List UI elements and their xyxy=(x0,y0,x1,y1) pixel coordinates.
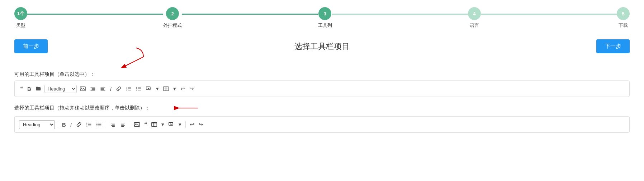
page-title: 选择工具栏项目 xyxy=(294,41,350,52)
toolbar-selected: Heading B I 1.2.3. ❝ ▾ ▾ xyxy=(14,116,630,133)
stepper-item-3: 3 工具列 xyxy=(318,7,332,29)
italic-icon-available[interactable]: I xyxy=(109,85,113,93)
toolbar-sep-3 xyxy=(130,121,130,128)
page-wrapper: 1个 类型 2 外挂程式 3 工具列 4 语言 5 下载 前一步 选择工具栏项目… xyxy=(0,0,644,181)
indent-left-icon[interactable] xyxy=(99,85,107,92)
italic-icon-selected[interactable]: I xyxy=(69,121,73,128)
undo-icon-available[interactable]: ↩ xyxy=(179,85,186,93)
stepper-line-4-5 xyxy=(481,14,617,15)
ul-icon-available[interactable] xyxy=(135,85,143,92)
stepper-circle-5: 5 xyxy=(617,7,630,20)
bold-icon[interactable]: B xyxy=(26,85,32,93)
stepper-circle-3: 3 xyxy=(318,7,331,20)
svg-point-7 xyxy=(136,88,137,89)
heading-select-selected[interactable]: Heading xyxy=(19,120,55,129)
align-left-selected[interactable] xyxy=(119,121,127,128)
toolbar-sep-4 xyxy=(185,121,186,128)
svg-point-15 xyxy=(96,123,97,123)
image-icon-available[interactable] xyxy=(79,85,87,92)
image-icon-selected[interactable] xyxy=(133,121,141,128)
media-icon-selected[interactable] xyxy=(167,121,175,128)
toolbar-available: ❝ B Heading I 1.2.3. ▾ xyxy=(14,80,630,97)
link-icon-available[interactable] xyxy=(115,85,123,92)
table-dropdown-icon[interactable]: ▾ xyxy=(172,85,177,93)
svg-point-6 xyxy=(136,87,137,88)
heading-select-available[interactable]: Heading xyxy=(44,85,77,93)
bold-icon-selected[interactable]: B xyxy=(61,121,67,128)
stepper-label-5: 下载 xyxy=(619,22,628,29)
stepper-item-1: 1个 类型 xyxy=(14,7,27,29)
svg-text:3.: 3. xyxy=(86,125,87,127)
stepper: 1个 类型 2 外挂程式 3 工具列 4 语言 5 下载 xyxy=(14,7,630,29)
redo-icon-available[interactable]: ↪ xyxy=(188,85,195,93)
stepper-item-4: 4 语言 xyxy=(468,7,481,29)
available-label: 可用的工具栏项目（单击以选中）： xyxy=(14,71,630,78)
media-icon-available[interactable] xyxy=(145,85,153,92)
selected-label-row: 选择的工具栏项目（拖动并移动以更改顺序，单击以删除）： xyxy=(14,103,630,113)
table-icon-available[interactable] xyxy=(162,85,170,92)
red-arrow-1 xyxy=(108,46,151,75)
svg-text:3.: 3. xyxy=(126,89,127,91)
arrow-region-1 xyxy=(14,60,630,71)
ol-icon-selected[interactable]: 1.2.3. xyxy=(85,121,93,128)
selected-label: 选择的工具栏项目（拖动并移动以更改顺序，单击以删除）： xyxy=(14,105,150,111)
stepper-circle-1: 1个 xyxy=(14,7,27,20)
stepper-item-5: 5 下载 xyxy=(617,7,630,29)
table-icon-selected[interactable] xyxy=(150,121,158,128)
svg-point-17 xyxy=(96,126,97,126)
quote-icon[interactable]: ❝ xyxy=(19,85,24,93)
prev-button[interactable]: 前一步 xyxy=(14,39,48,53)
stepper-line-1-2 xyxy=(27,14,163,15)
svg-point-16 xyxy=(96,124,97,125)
media-dropdown-selected[interactable]: ▾ xyxy=(177,121,183,128)
toolbar-sep-2 xyxy=(106,121,106,128)
stepper-line-2-3 xyxy=(182,14,318,15)
svg-rect-20 xyxy=(152,122,157,126)
toolbar-sep-1 xyxy=(58,121,58,128)
header-row: 前一步 选择工具栏项目 下一步 xyxy=(14,39,630,53)
media-dropdown-icon[interactable]: ▾ xyxy=(155,85,160,93)
ul-icon-selected[interactable] xyxy=(95,121,103,128)
stepper-circle-4: 4 xyxy=(468,7,481,20)
stepper-label-1: 类型 xyxy=(16,22,25,29)
stepper-line-3-4 xyxy=(332,14,468,15)
next-button[interactable]: 下一步 xyxy=(596,39,630,53)
ol-icon-available[interactable]: 1.2.3. xyxy=(125,85,133,92)
folder-icon[interactable] xyxy=(34,85,42,92)
stepper-label-2: 外挂程式 xyxy=(163,22,182,29)
svg-point-8 xyxy=(136,90,137,90)
align-right-selected[interactable] xyxy=(109,121,117,128)
stepper-circle-2: 2 xyxy=(166,7,179,20)
red-arrow-2 xyxy=(173,103,202,113)
link-icon-selected[interactable] xyxy=(75,121,83,128)
svg-rect-10 xyxy=(164,87,169,90)
redo-icon-selected[interactable]: ↪ xyxy=(198,121,204,128)
blockquote-icon-selected[interactable]: ❝ xyxy=(143,121,148,128)
stepper-item-2: 2 外挂程式 xyxy=(163,7,182,29)
undo-icon-selected[interactable]: ↩ xyxy=(189,121,195,128)
stepper-label-4: 语言 xyxy=(470,22,479,29)
stepper-label-3: 工具列 xyxy=(318,22,332,29)
indent-right-icon[interactable] xyxy=(89,85,97,92)
table-dropdown-selected[interactable]: ▾ xyxy=(160,121,165,128)
